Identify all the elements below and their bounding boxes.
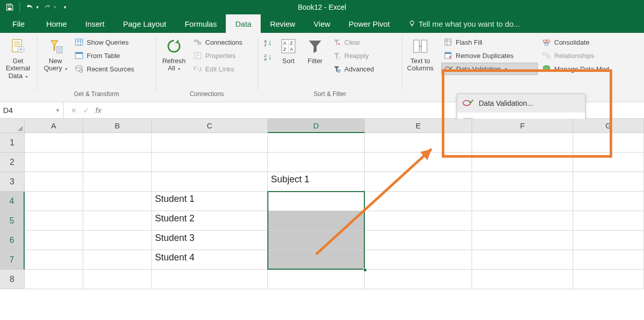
row-header-6[interactable]: 6 (0, 231, 25, 250)
cell[interactable] (83, 211, 152, 231)
cell[interactable] (472, 153, 573, 172)
manage-data-model-button[interactable]: Manage Data Mod (540, 63, 604, 75)
cell[interactable] (83, 153, 152, 172)
tab-insert[interactable]: Insert (76, 14, 114, 33)
cancel-icon[interactable]: ✕ (71, 106, 77, 115)
cell[interactable] (268, 192, 365, 211)
cell[interactable] (83, 192, 152, 211)
cell[interactable] (25, 231, 83, 250)
get-external-data-button[interactable]: Get External Data ▾ (2, 35, 34, 82)
row-header-5[interactable]: 5 (0, 211, 25, 231)
sort-asc-button[interactable]: AZ (261, 37, 275, 49)
cell[interactable] (365, 250, 472, 270)
cell[interactable] (472, 133, 573, 153)
cell[interactable] (83, 172, 152, 192)
cell[interactable] (365, 231, 472, 250)
cell[interactable]: Student 1 (152, 192, 268, 211)
new-query-button[interactable]: New Query ▾ (40, 35, 71, 74)
col-header-a[interactable]: A (25, 119, 83, 133)
cell[interactable] (365, 172, 472, 192)
cell[interactable] (25, 192, 83, 211)
cell[interactable] (365, 192, 472, 211)
cell[interactable]: Student 4 (152, 250, 268, 270)
cell[interactable] (83, 250, 152, 270)
sort-desc-button[interactable]: ZA (261, 51, 275, 64)
show-queries-button[interactable]: Show Queries (72, 36, 136, 48)
text-to-columns-button[interactable]: Text to Columns (404, 35, 436, 74)
cell[interactable] (268, 153, 365, 172)
cell[interactable] (83, 231, 152, 250)
cell[interactable] (573, 133, 644, 153)
row-header-8[interactable]: 8 (0, 270, 25, 289)
cell[interactable] (573, 250, 644, 270)
cell[interactable] (152, 270, 268, 289)
cell[interactable] (25, 270, 83, 289)
cell[interactable] (25, 211, 83, 231)
cell[interactable] (573, 172, 644, 192)
data-validation-button[interactable]: Data Validation ▾ (441, 63, 538, 75)
cell[interactable] (573, 192, 644, 211)
cell[interactable] (573, 211, 644, 231)
cell[interactable] (472, 172, 573, 192)
dd-data-validation[interactable]: Data Validation... (457, 94, 585, 112)
refresh-all-button[interactable]: Refresh All ▾ (158, 35, 190, 74)
cell[interactable] (25, 250, 83, 270)
cell[interactable] (365, 270, 472, 289)
spreadsheet-grid[interactable]: A B C D E F G 1 2 3Subject 1 4Student 1 … (0, 119, 644, 289)
tab-power-pivot[interactable]: Power Pivot (340, 14, 399, 33)
flash-fill-button[interactable]: Flash Fill (441, 36, 538, 48)
tab-page-layout[interactable]: Page Layout (114, 14, 175, 33)
cell[interactable] (472, 270, 573, 289)
cell[interactable] (268, 211, 365, 231)
fx-icon[interactable]: fx (95, 106, 102, 115)
select-all-corner[interactable] (0, 119, 25, 133)
cell[interactable] (83, 133, 152, 153)
col-header-c[interactable]: C (152, 119, 268, 133)
col-header-e[interactable]: E (365, 119, 472, 133)
remove-duplicates-button[interactable]: Remove Duplicates (441, 49, 538, 62)
cell[interactable] (268, 250, 365, 270)
cell[interactable] (152, 133, 268, 153)
cell[interactable] (152, 172, 268, 192)
connections-button[interactable]: Connections (191, 36, 244, 48)
filter-button[interactable]: Filter (301, 35, 329, 67)
cell[interactable] (25, 153, 83, 172)
tab-file[interactable]: File (2, 14, 37, 33)
cell[interactable] (268, 231, 365, 250)
cell[interactable] (365, 153, 472, 172)
col-header-g[interactable]: G (573, 119, 644, 133)
sort-button[interactable]: AZZA Sort (276, 35, 301, 67)
tab-review[interactable]: Review (261, 14, 304, 33)
tab-data[interactable]: Data (226, 14, 261, 33)
cell[interactable] (472, 211, 573, 231)
cell[interactable] (472, 192, 573, 211)
row-header-4[interactable]: 4 (0, 192, 25, 211)
consolidate-button[interactable]: Consolidate (540, 36, 604, 48)
recent-sources-button[interactable]: Recent Sources (72, 63, 136, 75)
row-header-2[interactable]: 2 (0, 153, 25, 172)
tab-formulas[interactable]: Formulas (175, 14, 226, 33)
cell[interactable] (25, 133, 83, 153)
cell[interactable] (365, 211, 472, 231)
cell[interactable] (25, 172, 83, 192)
cell[interactable] (268, 270, 365, 289)
cell[interactable] (573, 231, 644, 250)
cell[interactable] (573, 270, 644, 289)
enter-icon[interactable]: ✓ (83, 106, 89, 115)
tell-me-search[interactable]: Tell me what you want to do... (399, 14, 520, 33)
cell[interactable] (573, 153, 644, 172)
row-header-3[interactable]: 3 (0, 172, 25, 192)
tab-view[interactable]: View (304, 14, 339, 33)
advanced-filter-button[interactable]: Advanced (330, 63, 376, 75)
cell[interactable] (83, 270, 152, 289)
cell[interactable]: Student 2 (152, 211, 268, 231)
name-box[interactable]: D4 ▼ (0, 102, 64, 118)
cell[interactable] (152, 153, 268, 172)
cell[interactable]: Student 3 (152, 231, 268, 250)
cell[interactable]: Subject 1 (268, 172, 365, 192)
cell[interactable] (472, 250, 573, 270)
row-header-1[interactable]: 1 (0, 133, 25, 153)
from-table-button[interactable]: From Table (72, 49, 136, 62)
col-header-d[interactable]: D (268, 119, 365, 133)
tab-home[interactable]: Home (37, 14, 76, 33)
